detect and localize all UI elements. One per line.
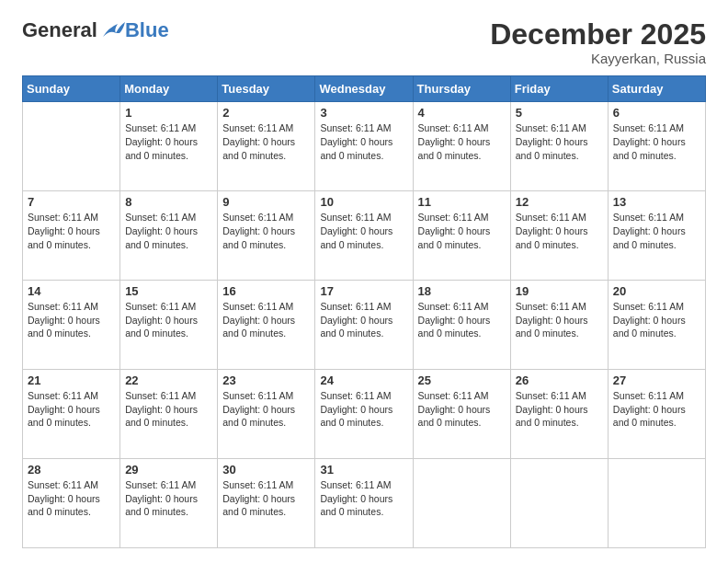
logo-blue-text: Blue bbox=[125, 18, 169, 42]
table-row: 23Sunset: 6:11 AM Daylight: 0 hours and … bbox=[218, 370, 315, 459]
table-row bbox=[608, 459, 705, 548]
day-number: 21 bbox=[28, 373, 115, 387]
calendar-table: Sunday Monday Tuesday Wednesday Thursday… bbox=[22, 75, 706, 548]
day-info: Sunset: 6:11 AM Daylight: 0 hours and 0 … bbox=[516, 211, 603, 251]
logo-bird-icon bbox=[99, 20, 125, 40]
day-info: Sunset: 6:11 AM Daylight: 0 hours and 0 … bbox=[125, 389, 212, 430]
table-row: 17Sunset: 6:11 AM Daylight: 0 hours and … bbox=[315, 281, 413, 370]
table-row: 31Sunset: 6:11 AM Daylight: 0 hours and … bbox=[315, 459, 413, 548]
day-info: Sunset: 6:11 AM Daylight: 0 hours and 0 … bbox=[320, 300, 407, 340]
day-info: Sunset: 6:11 AM Daylight: 0 hours and 0 … bbox=[320, 389, 407, 430]
table-row: 13Sunset: 6:11 AM Daylight: 0 hours and … bbox=[608, 191, 705, 281]
table-row: 16Sunset: 6:11 AM Daylight: 0 hours and … bbox=[218, 281, 315, 370]
day-number: 16 bbox=[222, 284, 310, 298]
table-row: 29Sunset: 6:11 AM Daylight: 0 hours and … bbox=[120, 459, 218, 548]
calendar-week-row: 1Sunset: 6:11 AM Daylight: 0 hours and 0… bbox=[23, 102, 706, 191]
table-row: 6Sunset: 6:11 AM Daylight: 0 hours and 0… bbox=[608, 102, 705, 191]
day-number: 6 bbox=[613, 106, 700, 120]
table-row: 1Sunset: 6:11 AM Daylight: 0 hours and 0… bbox=[120, 102, 218, 191]
table-row bbox=[510, 459, 608, 548]
logo-general-text: General bbox=[22, 18, 97, 42]
day-number: 20 bbox=[613, 284, 700, 298]
table-row: 20Sunset: 6:11 AM Daylight: 0 hours and … bbox=[608, 281, 705, 370]
day-number: 11 bbox=[418, 195, 506, 209]
table-row: 30Sunset: 6:11 AM Daylight: 0 hours and … bbox=[218, 459, 315, 548]
table-row: 8Sunset: 6:11 AM Daylight: 0 hours and 0… bbox=[120, 191, 218, 281]
month-title: December 2025 bbox=[490, 18, 706, 51]
day-info: Sunset: 6:11 AM Daylight: 0 hours and 0 … bbox=[320, 211, 407, 251]
day-info: Sunset: 6:11 AM Daylight: 0 hours and 0 … bbox=[125, 211, 212, 251]
day-info: Sunset: 6:11 AM Daylight: 0 hours and 0 … bbox=[516, 300, 603, 340]
day-info: Sunset: 6:11 AM Daylight: 0 hours and 0 … bbox=[418, 300, 506, 340]
day-number: 26 bbox=[516, 373, 603, 387]
day-number: 9 bbox=[222, 195, 310, 209]
day-number: 2 bbox=[222, 106, 310, 120]
table-row: 12Sunset: 6:11 AM Daylight: 0 hours and … bbox=[510, 191, 608, 281]
day-number: 31 bbox=[320, 463, 407, 477]
table-row: 11Sunset: 6:11 AM Daylight: 0 hours and … bbox=[413, 191, 510, 281]
day-info: Sunset: 6:11 AM Daylight: 0 hours and 0 … bbox=[418, 389, 506, 430]
header-friday: Friday bbox=[510, 76, 608, 102]
day-number: 8 bbox=[125, 195, 212, 209]
day-number: 12 bbox=[516, 195, 603, 209]
day-number: 7 bbox=[28, 195, 115, 209]
header-tuesday: Tuesday bbox=[218, 76, 315, 102]
table-row: 7Sunset: 6:11 AM Daylight: 0 hours and 0… bbox=[23, 191, 120, 281]
table-row bbox=[23, 102, 120, 191]
day-info: Sunset: 6:11 AM Daylight: 0 hours and 0 … bbox=[320, 478, 407, 519]
day-number: 19 bbox=[516, 284, 603, 298]
day-info: Sunset: 6:11 AM Daylight: 0 hours and 0 … bbox=[125, 300, 212, 340]
table-row bbox=[413, 459, 510, 548]
day-info: Sunset: 6:11 AM Daylight: 0 hours and 0 … bbox=[222, 121, 310, 162]
header-monday: Monday bbox=[120, 76, 218, 102]
table-row: 2Sunset: 6:11 AM Daylight: 0 hours and 0… bbox=[218, 102, 315, 191]
calendar-week-row: 14Sunset: 6:11 AM Daylight: 0 hours and … bbox=[23, 281, 706, 370]
day-info: Sunset: 6:11 AM Daylight: 0 hours and 0 … bbox=[516, 389, 603, 430]
table-row: 18Sunset: 6:11 AM Daylight: 0 hours and … bbox=[413, 281, 510, 370]
day-number: 29 bbox=[125, 463, 212, 477]
day-number: 27 bbox=[613, 373, 700, 387]
day-number: 3 bbox=[320, 106, 407, 120]
logo-text: General Blue bbox=[22, 18, 169, 42]
day-info: Sunset: 6:11 AM Daylight: 0 hours and 0 … bbox=[613, 300, 700, 340]
table-row: 14Sunset: 6:11 AM Daylight: 0 hours and … bbox=[23, 281, 120, 370]
location: Kayyerkan, Russia bbox=[490, 51, 706, 66]
table-row: 27Sunset: 6:11 AM Daylight: 0 hours and … bbox=[608, 370, 705, 459]
table-row: 10Sunset: 6:11 AM Daylight: 0 hours and … bbox=[315, 191, 413, 281]
day-info: Sunset: 6:11 AM Daylight: 0 hours and 0 … bbox=[28, 300, 115, 340]
day-number: 18 bbox=[418, 284, 506, 298]
table-row: 15Sunset: 6:11 AM Daylight: 0 hours and … bbox=[120, 281, 218, 370]
day-number: 30 bbox=[222, 463, 310, 477]
table-row: 26Sunset: 6:11 AM Daylight: 0 hours and … bbox=[510, 370, 608, 459]
day-info: Sunset: 6:11 AM Daylight: 0 hours and 0 … bbox=[28, 389, 115, 430]
table-row: 9Sunset: 6:11 AM Daylight: 0 hours and 0… bbox=[218, 191, 315, 281]
table-row: 25Sunset: 6:11 AM Daylight: 0 hours and … bbox=[413, 370, 510, 459]
table-row: 19Sunset: 6:11 AM Daylight: 0 hours and … bbox=[510, 281, 608, 370]
day-number: 15 bbox=[125, 284, 212, 298]
table-row: 21Sunset: 6:11 AM Daylight: 0 hours and … bbox=[23, 370, 120, 459]
day-number: 17 bbox=[320, 284, 407, 298]
table-row: 24Sunset: 6:11 AM Daylight: 0 hours and … bbox=[315, 370, 413, 459]
day-info: Sunset: 6:11 AM Daylight: 0 hours and 0 … bbox=[28, 478, 115, 519]
day-number: 13 bbox=[613, 195, 700, 209]
day-info: Sunset: 6:11 AM Daylight: 0 hours and 0 … bbox=[222, 211, 310, 251]
day-number: 22 bbox=[125, 373, 212, 387]
calendar-week-row: 21Sunset: 6:11 AM Daylight: 0 hours and … bbox=[23, 370, 706, 459]
day-number: 4 bbox=[418, 106, 506, 120]
day-info: Sunset: 6:11 AM Daylight: 0 hours and 0 … bbox=[28, 211, 115, 251]
table-row: 5Sunset: 6:11 AM Daylight: 0 hours and 0… bbox=[510, 102, 608, 191]
table-row: 3Sunset: 6:11 AM Daylight: 0 hours and 0… bbox=[315, 102, 413, 191]
day-info: Sunset: 6:11 AM Daylight: 0 hours and 0 … bbox=[222, 478, 310, 519]
table-row: 4Sunset: 6:11 AM Daylight: 0 hours and 0… bbox=[413, 102, 510, 191]
calendar-week-row: 28Sunset: 6:11 AM Daylight: 0 hours and … bbox=[23, 459, 706, 548]
title-section: December 2025 Kayyerkan, Russia bbox=[490, 18, 706, 66]
day-info: Sunset: 6:11 AM Daylight: 0 hours and 0 … bbox=[125, 121, 212, 162]
day-info: Sunset: 6:11 AM Daylight: 0 hours and 0 … bbox=[516, 121, 603, 162]
logo: General Blue bbox=[22, 18, 169, 42]
page: General Blue December 2025 Kayyerkan, Ru… bbox=[0, 0, 728, 563]
day-number: 5 bbox=[516, 106, 603, 120]
calendar-week-row: 7Sunset: 6:11 AM Daylight: 0 hours and 0… bbox=[23, 191, 706, 281]
day-number: 28 bbox=[28, 463, 115, 477]
day-info: Sunset: 6:11 AM Daylight: 0 hours and 0 … bbox=[222, 389, 310, 430]
day-number: 25 bbox=[418, 373, 506, 387]
